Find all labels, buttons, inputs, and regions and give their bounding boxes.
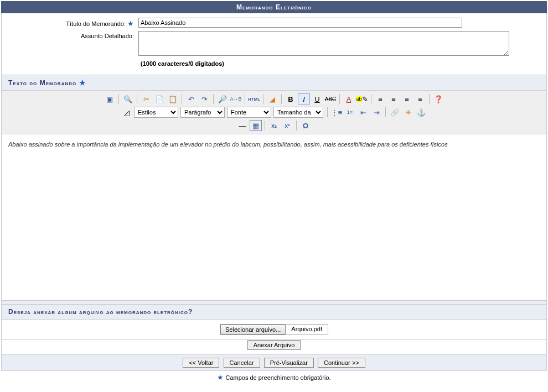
editor-toolbar: ▣ 🔍 ✂ 📄 📋 ↶ ↷ 🔎 A↔B HTML ◢ B I U ABC A a… <box>2 91 546 134</box>
copy-icon[interactable]: 📄 <box>153 93 166 104</box>
texto-section-header: Texto do Memorando ★ <box>1 75 547 91</box>
bullet-list-icon[interactable]: ⋮≡ <box>330 107 343 118</box>
spacer-bar <box>1 301 547 305</box>
paste-icon[interactable]: 📋 <box>167 93 179 104</box>
separator <box>118 94 119 104</box>
unlink-icon[interactable]: ✳ <box>402 107 414 118</box>
attach-file-button[interactable]: Anexar Arquivo <box>247 340 301 350</box>
editor-container: ▣ 🔍 ✂ 📄 📋 ↶ ↷ 🔎 A↔B HTML ◢ B I U ABC A a… <box>1 91 547 301</box>
styles-select[interactable]: Estilos <box>134 107 178 118</box>
cut-icon[interactable]: ✂ <box>140 93 152 104</box>
required-star-icon: ★ <box>79 79 86 87</box>
separator <box>245 94 245 104</box>
help-icon[interactable]: ❓ <box>432 93 444 104</box>
action-button-bar: << Voltar Cancelar Pré-Visualizar Contin… <box>1 355 547 371</box>
table-icon[interactable]: ▦ <box>250 120 262 131</box>
editor-content[interactable]: Abaixo assinado sobre a importância da i… <box>2 134 546 300</box>
anchor-icon[interactable]: ⚓ <box>415 107 427 118</box>
clear-format-icon[interactable]: ◢ <box>266 93 278 104</box>
form-section: Título do Memorando: ★ Assunto Detalhado… <box>1 13 547 75</box>
eraser-icon[interactable]: ◿ <box>121 107 133 118</box>
separator <box>339 94 340 104</box>
special-char-icon[interactable]: Ω <box>299 120 312 131</box>
replace-icon[interactable]: A↔B <box>230 93 242 104</box>
align-left-icon[interactable]: ≡ <box>374 93 386 104</box>
subscript-icon[interactable]: x₂ <box>268 120 280 131</box>
font-select[interactable]: Fonte <box>227 107 271 118</box>
align-right-icon[interactable]: ≡ <box>401 93 413 104</box>
undo-icon[interactable]: ↶ <box>185 93 197 104</box>
outdent-icon[interactable]: ⇤ <box>357 107 369 118</box>
preview-button[interactable]: Pré-Visualizar <box>264 358 314 368</box>
panel-title: Memorando Eletrônico <box>1 1 547 13</box>
required-star-icon: ★ <box>127 19 134 28</box>
assunto-textarea[interactable] <box>138 31 509 56</box>
selected-file-name: Arquivo.pdf <box>286 325 328 334</box>
titulo-label: Título do Memorando: ★ <box>8 18 138 28</box>
hr-icon[interactable]: — <box>236 120 249 131</box>
bold-icon[interactable]: B <box>285 93 297 104</box>
separator <box>385 107 386 117</box>
footnote: ★ Campos de preenchimento obrigatório. <box>1 371 547 384</box>
separator <box>137 94 137 104</box>
back-button[interactable]: << Voltar <box>183 358 219 368</box>
separator <box>371 94 371 104</box>
highlight-color-icon[interactable]: ab✎ <box>356 93 368 104</box>
indent-icon[interactable]: ⇥ <box>370 107 382 118</box>
number-list-icon[interactable]: 1≡ <box>344 107 356 118</box>
preview-icon[interactable]: 🔍 <box>122 93 134 104</box>
text-color-icon[interactable]: A <box>343 93 355 104</box>
separator <box>327 107 328 117</box>
strikethrough-icon[interactable]: ABC <box>324 93 337 104</box>
italic-icon[interactable]: I <box>298 93 310 104</box>
anexo-section-header: Deseja anexar algum arquivo ao memorando… <box>1 305 547 320</box>
html-icon[interactable]: HTML <box>248 93 260 104</box>
select-file-button[interactable]: Selecionar arquivo... <box>220 325 286 334</box>
separator <box>429 94 430 104</box>
redo-icon[interactable]: ↷ <box>198 93 210 104</box>
separator <box>182 94 182 104</box>
char-counter: (1000 caracteres/0 digitados) <box>141 60 540 67</box>
separator <box>281 94 282 104</box>
link-icon[interactable]: 🔗 <box>389 107 401 118</box>
separator <box>263 94 263 104</box>
separator <box>296 121 297 130</box>
find-icon[interactable]: 🔎 <box>216 93 229 104</box>
assunto-label: Assunto Detalhado: <box>8 31 138 39</box>
font-size-select[interactable]: Tamanho da Fo <box>273 107 323 118</box>
attach-row: Anexar Arquivo <box>1 340 547 355</box>
align-center-icon[interactable]: ≡ <box>387 93 400 104</box>
separator <box>213 94 214 104</box>
superscript-icon[interactable]: x² <box>281 120 293 131</box>
cancel-button[interactable]: Cancelar <box>224 358 260 368</box>
titulo-input[interactable] <box>138 18 462 28</box>
paragraph-select[interactable]: Parágrafo <box>180 107 225 118</box>
underline-icon[interactable]: U <box>311 93 323 104</box>
align-justify-icon[interactable]: ≡ <box>414 93 426 104</box>
continue-button[interactable]: Continuar >> <box>318 358 365 368</box>
fullscreen-icon[interactable]: ▣ <box>104 93 116 104</box>
required-star-icon: ★ <box>217 373 224 381</box>
file-select-row: Selecionar arquivo... Arquivo.pdf <box>1 320 547 340</box>
separator <box>265 121 265 130</box>
